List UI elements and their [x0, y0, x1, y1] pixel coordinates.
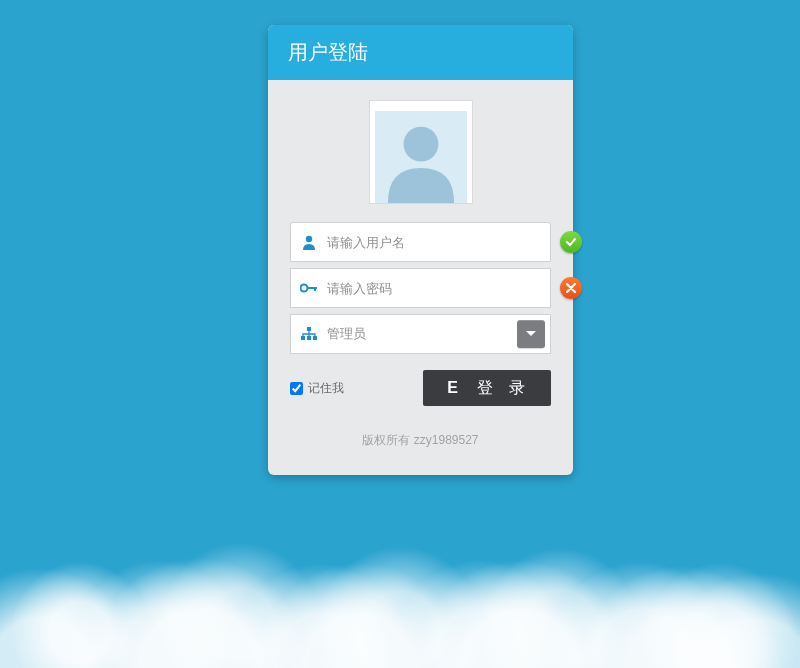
dropdown-button[interactable]	[517, 320, 545, 348]
role-select[interactable]: 管理员	[290, 314, 551, 354]
svg-rect-9	[313, 336, 317, 340]
person-icon	[375, 111, 467, 203]
login-button[interactable]: E 登 录	[423, 370, 551, 406]
password-field[interactable]	[290, 268, 551, 308]
login-button-label: 登 录	[477, 378, 531, 399]
remember-label: 记住我	[308, 380, 344, 397]
svg-rect-5	[314, 287, 316, 291]
remember-me[interactable]: 记住我	[290, 380, 344, 397]
svg-rect-7	[301, 336, 305, 340]
svg-point-3	[301, 285, 308, 292]
chevron-down-icon	[525, 330, 537, 338]
avatar-placeholder	[369, 100, 473, 204]
avatar-container	[268, 80, 573, 222]
username-field[interactable]	[290, 222, 551, 262]
check-icon	[560, 231, 582, 253]
username-input[interactable]	[327, 223, 550, 261]
error-icon	[560, 277, 582, 299]
svg-point-1	[403, 127, 438, 162]
action-row: 记住我 E 登 录	[290, 360, 551, 406]
password-input[interactable]	[327, 269, 550, 307]
login-logo-icon: E	[443, 378, 463, 398]
svg-point-2	[306, 236, 312, 242]
panel-title: 用户登陆	[268, 25, 573, 80]
remember-checkbox[interactable]	[290, 382, 303, 395]
role-selected-text: 管理员	[327, 325, 517, 343]
svg-rect-6	[307, 327, 311, 331]
clouds-decoration	[0, 488, 800, 668]
login-panel: 用户登陆	[268, 25, 573, 475]
copyright-text: 版权所有 zzy1989527	[268, 406, 573, 475]
user-icon	[291, 234, 327, 250]
key-icon	[291, 283, 327, 293]
svg-rect-8	[307, 336, 311, 340]
org-icon	[291, 327, 327, 341]
login-form: 管理员 记住我 E 登 录	[268, 222, 573, 406]
